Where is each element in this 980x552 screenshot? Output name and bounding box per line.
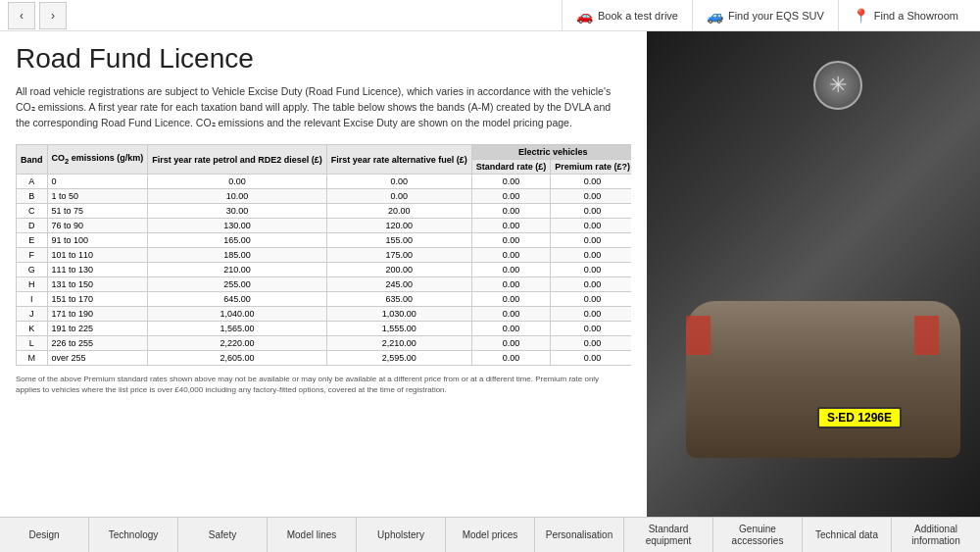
test-drive-icon: 🚗: [576, 8, 593, 24]
co2-cell: 91 to 100: [47, 233, 148, 248]
band-cell: I: [17, 292, 48, 307]
elec-std-cell: 0.00: [471, 248, 551, 263]
find-eqs-suv-button[interactable]: 🚙 Find your EQS SUV: [692, 0, 838, 31]
elec-prem-cell: 0.00: [551, 351, 631, 366]
elec-std-cell: 0.00: [471, 233, 551, 248]
top-navigation: ‹ › 🚗 Book a test drive 🚙 Find your EQS …: [0, 0, 980, 31]
test-drive-label: Book a test drive: [598, 10, 678, 22]
first-year-alt-cell: 635.00: [326, 292, 471, 307]
prev-button[interactable]: ‹: [8, 2, 35, 29]
elec-prem-cell: 0.00: [551, 292, 631, 307]
first-year-alt-cell: 0.00: [326, 189, 471, 204]
bottom-nav-design[interactable]: Design: [0, 518, 89, 552]
next-button[interactable]: ›: [39, 2, 67, 29]
band-header: Band: [17, 145, 48, 175]
elec-std-cell: 0.00: [471, 336, 551, 351]
first-year-alt-cell: 155.00: [326, 233, 471, 248]
band-cell: E: [17, 233, 48, 248]
first-year-cell: 210.00: [148, 263, 327, 277]
co2-cell: 51 to 75: [47, 204, 148, 219]
elec-prem-header: Premium rate (£?): [551, 160, 631, 175]
first-year-cell: 645.00: [148, 292, 327, 307]
elec-prem-cell: 0.00: [551, 248, 631, 263]
elec-prem-cell: 0.00: [551, 233, 631, 248]
page-title: Road Fund Licence: [16, 43, 631, 75]
co2-cell: 131 to 150: [47, 277, 148, 292]
band-cell: C: [17, 204, 48, 219]
table-row: B 1 to 50 10.00 0.00 0.00 0.00 170.00 56…: [17, 189, 632, 204]
table-row: D 76 to 90 130.00 120.00 0.00 0.00 170.0…: [17, 219, 632, 233]
bottom-nav-safety[interactable]: Safety: [178, 518, 268, 552]
license-plate: S·ED 1296E: [817, 407, 902, 428]
first-year-cell: 165.00: [148, 233, 327, 248]
find-showroom-button[interactable]: 📍 Find a Showroom: [838, 0, 972, 31]
elec-std-cell: 0.00: [471, 277, 551, 292]
table-row: M over 255 2,605.00 2,595.00 0.00 0.00 1…: [17, 351, 632, 366]
tax-table-wrapper: Band CO2 emissions (g/km) First year rat…: [16, 144, 631, 366]
table-row: L 226 to 255 2,220.00 2,210.00 0.00 0.00…: [17, 336, 632, 351]
bottom-nav-technology[interactable]: Technology: [89, 518, 178, 552]
table-row: E 91 to 100 165.00 155.00 0.00 0.00 170.…: [17, 233, 632, 248]
table-row: G 111 to 130 210.00 200.00 0.00 0.00 170…: [17, 263, 632, 277]
bottom-nav-additional-information[interactable]: Additional information: [892, 518, 980, 552]
elec-std-header: Standard rate (£): [471, 160, 551, 175]
band-cell: A: [17, 175, 48, 189]
table-row: F 101 to 110 185.00 175.00 0.00 0.00 170…: [17, 248, 632, 263]
first-year-cell: 1,565.00: [148, 322, 327, 336]
car-image: ✳ S·ED 1296E: [647, 31, 980, 517]
co2-cell: 76 to 90: [47, 219, 148, 233]
content-panel: Road Fund Licence All road vehicle regis…: [0, 31, 647, 517]
road-fund-table: Band CO2 emissions (g/km) First year rat…: [16, 144, 631, 366]
car-body: [686, 301, 960, 458]
elec-std-cell: 0.00: [471, 175, 551, 189]
table-row: K 191 to 225 1,565.00 1,555.00 0.00 0.00…: [17, 322, 632, 336]
first-year-alt-cell: 1,030.00: [326, 307, 471, 322]
first-year-cell: 185.00: [148, 248, 327, 263]
co2-cell: 101 to 110: [47, 248, 148, 263]
bottom-nav-personalisation[interactable]: Personalisation: [535, 518, 624, 552]
elec-std-cell: 0.00: [471, 189, 551, 204]
co2-cell: 226 to 255: [47, 336, 148, 351]
car-image-panel: ✳ S·ED 1296E: [647, 31, 980, 517]
elec-std-cell: 0.00: [471, 351, 551, 366]
co2-cell: over 255: [47, 351, 148, 366]
co2-cell: 1 to 50: [47, 189, 148, 204]
mercedes-logo: ✳: [813, 61, 862, 110]
left-tail-light: [686, 316, 710, 355]
first-year-alt-cell: 120.00: [326, 219, 471, 233]
elec-prem-cell: 0.00: [551, 307, 631, 322]
band-cell: K: [17, 322, 48, 336]
bottom-nav-model-prices[interactable]: Model prices: [446, 518, 535, 552]
co2-header: CO2 emissions (g/km): [47, 145, 148, 175]
band-cell: L: [17, 336, 48, 351]
first-year-cell: 1,040.00: [148, 307, 327, 322]
first-year-alt-cell: 0.00: [326, 175, 471, 189]
first-year-alt-cell: 20.00: [326, 204, 471, 219]
co2-cell: 111 to 130: [47, 263, 148, 277]
book-test-drive-button[interactable]: 🚗 Book a test drive: [562, 0, 692, 31]
bottom-nav-genuine-accessories[interactable]: Genuine accessories: [713, 518, 803, 552]
elec-prem-cell: 0.00: [551, 175, 631, 189]
co2-cell: 151 to 170: [47, 292, 148, 307]
bottom-navigation: DesignTechnologySafetyModel linesUpholst…: [0, 517, 980, 552]
first-year-cell: 2,220.00: [148, 336, 327, 351]
bottom-nav-technical-data[interactable]: Technical data: [803, 518, 892, 552]
elec-std-cell: 0.00: [471, 219, 551, 233]
bottom-nav-standard-equipment[interactable]: Standard equipment: [624, 518, 713, 552]
bottom-nav-upholstery[interactable]: Upholstery: [357, 518, 446, 552]
first-year-alt-cell: 2,210.00: [326, 336, 471, 351]
first-year-alt-header: First year rate alternative fuel (£): [326, 145, 471, 175]
band-cell: F: [17, 248, 48, 263]
table-row: J 171 to 190 1,040.00 1,030.00 0.00 0.00…: [17, 307, 632, 322]
table-row: I 151 to 170 645.00 635.00 0.00 0.00 170…: [17, 292, 632, 307]
first-year-alt-cell: 245.00: [326, 277, 471, 292]
band-cell: D: [17, 219, 48, 233]
band-cell: M: [17, 351, 48, 366]
first-year-header: First year rate petrol and RDE2 diesel (…: [148, 145, 327, 175]
first-year-cell: 0.00: [148, 175, 327, 189]
first-year-cell: 130.00: [148, 219, 327, 233]
bottom-nav-model-lines[interactable]: Model lines: [268, 518, 357, 552]
co2-cell: 191 to 225: [47, 322, 148, 336]
band-cell: J: [17, 307, 48, 322]
first-year-cell: 10.00: [148, 189, 327, 204]
